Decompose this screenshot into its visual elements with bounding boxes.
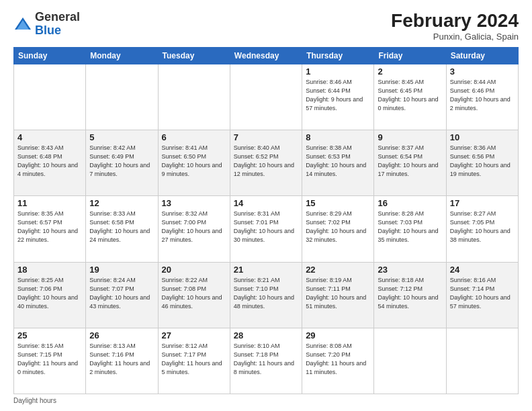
day-info: Sunrise: 8:25 AM Sunset: 7:06 PM Dayligh… [17,276,82,311]
logo-blue-text: Blue [35,24,61,37]
day-number: 1 [306,66,370,77]
day-number: 27 [162,330,226,340]
day-info: Sunrise: 8:24 AM Sunset: 7:07 PM Dayligh… [89,276,154,311]
day-number: 3 [450,66,515,77]
day-info: Sunrise: 8:12 AM Sunset: 7:17 PM Dayligh… [162,342,226,377]
calendar-week-row: 4Sunrise: 8:43 AM Sunset: 6:48 PM Daylig… [14,130,519,196]
page: General Blue February 2024 Punxin, Galic… [0,0,532,411]
day-info: Sunrise: 8:40 AM Sunset: 6:52 PM Dayligh… [234,144,298,179]
weekday-header-thursday: Thursday [302,47,374,64]
day-info: Sunrise: 8:41 AM Sunset: 6:50 PM Dayligh… [162,144,226,179]
calendar-cell: 1Sunrise: 8:46 AM Sunset: 6:44 PM Daylig… [302,64,374,130]
day-number: 6 [162,132,226,142]
weekday-header-tuesday: Tuesday [158,47,230,64]
calendar-cell: 27Sunrise: 8:12 AM Sunset: 7:17 PM Dayli… [158,328,230,394]
logo: General Blue [13,11,80,38]
day-number: 19 [89,265,154,275]
calendar-cell: 18Sunrise: 8:25 AM Sunset: 7:06 PM Dayli… [14,262,86,328]
calendar-cell: 24Sunrise: 8:16 AM Sunset: 7:14 PM Dayli… [446,262,518,328]
day-number: 22 [306,265,370,275]
day-info: Sunrise: 8:44 AM Sunset: 6:46 PM Dayligh… [450,78,515,113]
footer-note: Daylight hours [13,397,519,404]
calendar-cell: 7Sunrise: 8:40 AM Sunset: 6:52 PM Daylig… [230,130,302,196]
day-info: Sunrise: 8:37 AM Sunset: 6:54 PM Dayligh… [378,144,442,179]
weekday-header-row: SundayMondayTuesdayWednesdayThursdayFrid… [14,47,519,64]
day-info: Sunrise: 8:10 AM Sunset: 7:18 PM Dayligh… [234,342,298,377]
day-info: Sunrise: 8:27 AM Sunset: 7:05 PM Dayligh… [450,210,515,244]
day-number: 7 [234,132,298,142]
daylight-label: Daylight hours [13,397,56,404]
day-number: 15 [306,198,370,208]
calendar-cell: 20Sunrise: 8:22 AM Sunset: 7:08 PM Dayli… [158,262,230,328]
calendar-week-row: 25Sunrise: 8:15 AM Sunset: 7:15 PM Dayli… [14,328,519,394]
location-subtitle: Punxin, Galicia, Spain [391,32,519,42]
header: General Blue February 2024 Punxin, Galic… [13,11,519,42]
calendar-cell: 13Sunrise: 8:32 AM Sunset: 7:00 PM Dayli… [158,196,230,262]
weekday-header-monday: Monday [86,47,158,64]
title-block: February 2024 Punxin, Galicia, Spain [391,11,519,42]
day-info: Sunrise: 8:36 AM Sunset: 6:56 PM Dayligh… [450,144,515,179]
calendar-cell: 3Sunrise: 8:44 AM Sunset: 6:46 PM Daylig… [446,64,518,130]
calendar-cell: 12Sunrise: 8:33 AM Sunset: 6:58 PM Dayli… [86,196,158,262]
calendar-week-row: 11Sunrise: 8:35 AM Sunset: 6:57 PM Dayli… [14,196,519,262]
day-number: 29 [306,330,370,340]
day-info: Sunrise: 8:15 AM Sunset: 7:15 PM Dayligh… [17,342,82,377]
calendar-cell: 5Sunrise: 8:42 AM Sunset: 6:49 PM Daylig… [86,130,158,196]
calendar-cell: 23Sunrise: 8:18 AM Sunset: 7:12 PM Dayli… [374,262,446,328]
day-number: 2 [378,66,442,77]
weekday-header-wednesday: Wednesday [230,47,302,64]
day-info: Sunrise: 8:35 AM Sunset: 6:57 PM Dayligh… [17,210,82,244]
day-number: 25 [17,330,82,340]
day-info: Sunrise: 8:33 AM Sunset: 6:58 PM Dayligh… [89,210,154,244]
day-number: 28 [234,330,298,340]
day-info: Sunrise: 8:22 AM Sunset: 7:08 PM Dayligh… [162,276,226,311]
calendar-cell: 16Sunrise: 8:28 AM Sunset: 7:03 PM Dayli… [374,196,446,262]
calendar-cell: 6Sunrise: 8:41 AM Sunset: 6:50 PM Daylig… [158,130,230,196]
day-info: Sunrise: 8:08 AM Sunset: 7:20 PM Dayligh… [306,342,370,377]
calendar-cell: 11Sunrise: 8:35 AM Sunset: 6:57 PM Dayli… [14,196,86,262]
day-info: Sunrise: 8:42 AM Sunset: 6:49 PM Dayligh… [89,144,154,179]
day-info: Sunrise: 8:45 AM Sunset: 6:45 PM Dayligh… [378,78,442,113]
day-info: Sunrise: 8:16 AM Sunset: 7:14 PM Dayligh… [450,276,515,311]
calendar-cell: 17Sunrise: 8:27 AM Sunset: 7:05 PM Dayli… [446,196,518,262]
day-number: 5 [89,132,154,142]
day-number: 24 [450,265,515,275]
day-info: Sunrise: 8:28 AM Sunset: 7:03 PM Dayligh… [378,210,442,244]
day-info: Sunrise: 8:31 AM Sunset: 7:01 PM Dayligh… [234,210,298,244]
day-info: Sunrise: 8:38 AM Sunset: 6:53 PM Dayligh… [306,144,370,179]
day-number: 12 [89,198,154,208]
day-number: 11 [17,198,82,208]
calendar-cell [158,64,230,130]
calendar-cell: 9Sunrise: 8:37 AM Sunset: 6:54 PM Daylig… [374,130,446,196]
month-year-title: February 2024 [391,11,519,32]
logo-text: General Blue [35,11,80,38]
day-number: 23 [378,265,442,275]
weekday-header-saturday: Saturday [446,47,518,64]
calendar-cell [230,64,302,130]
calendar-cell: 8Sunrise: 8:38 AM Sunset: 6:53 PM Daylig… [302,130,374,196]
day-info: Sunrise: 8:46 AM Sunset: 6:44 PM Dayligh… [306,78,370,113]
day-number: 18 [17,265,82,275]
day-number: 10 [450,132,515,142]
calendar-cell: 28Sunrise: 8:10 AM Sunset: 7:18 PM Dayli… [230,328,302,394]
day-info: Sunrise: 8:13 AM Sunset: 7:16 PM Dayligh… [89,342,154,377]
calendar-week-row: 18Sunrise: 8:25 AM Sunset: 7:06 PM Dayli… [14,262,519,328]
day-number: 16 [378,198,442,208]
day-info: Sunrise: 8:32 AM Sunset: 7:00 PM Dayligh… [162,210,226,244]
calendar-cell [446,328,518,394]
calendar-cell [14,64,86,130]
day-number: 14 [234,198,298,208]
generalblue-logo-icon [13,15,32,34]
calendar-cell: 26Sunrise: 8:13 AM Sunset: 7:16 PM Dayli… [86,328,158,394]
calendar-cell [374,328,446,394]
day-number: 8 [306,132,370,142]
calendar-cell: 29Sunrise: 8:08 AM Sunset: 7:20 PM Dayli… [302,328,374,394]
calendar-cell: 4Sunrise: 8:43 AM Sunset: 6:48 PM Daylig… [14,130,86,196]
day-number: 4 [17,132,82,142]
calendar-cell: 19Sunrise: 8:24 AM Sunset: 7:07 PM Dayli… [86,262,158,328]
day-number: 9 [378,132,442,142]
calendar-cell: 21Sunrise: 8:21 AM Sunset: 7:10 PM Dayli… [230,262,302,328]
calendar-cell: 22Sunrise: 8:19 AM Sunset: 7:11 PM Dayli… [302,262,374,328]
calendar-cell: 25Sunrise: 8:15 AM Sunset: 7:15 PM Dayli… [14,328,86,394]
day-number: 21 [234,265,298,275]
